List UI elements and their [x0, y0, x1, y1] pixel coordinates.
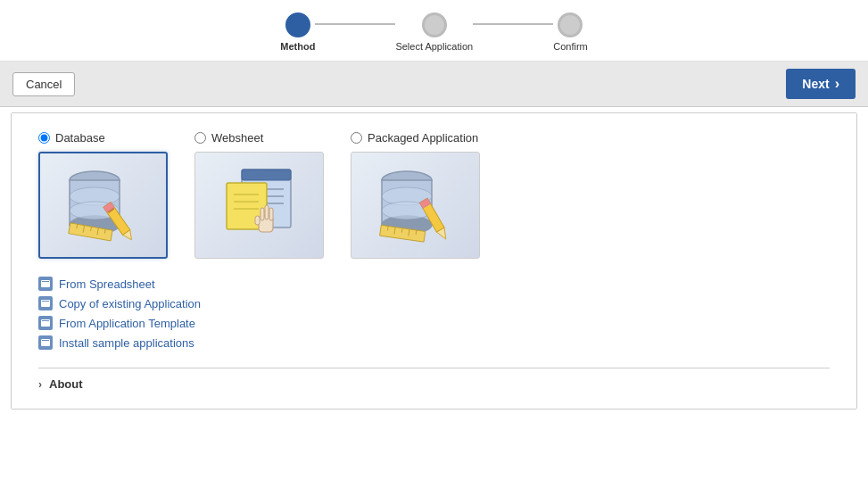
- step-confirm: Confirm: [553, 12, 588, 52]
- cancel-button[interactable]: Cancel: [12, 72, 75, 96]
- about-label: About: [49, 377, 83, 391]
- link-icon-inner-3: [41, 319, 50, 327]
- packaged-icon: [367, 161, 465, 250]
- about-section: › About: [38, 368, 830, 391]
- steps-container: Method Select Application Confirm: [280, 12, 587, 52]
- copy-existing-label: Copy of existing Application: [59, 297, 201, 310]
- websheet-label: Websheet: [211, 131, 263, 145]
- database-card[interactable]: [38, 152, 168, 259]
- svg-rect-26: [265, 205, 269, 219]
- step-select-application: Select Application: [395, 12, 473, 52]
- packaged-card[interactable]: [351, 152, 480, 259]
- step-confirm-label: Confirm: [553, 41, 588, 52]
- step-select-label: Select Application: [395, 41, 473, 52]
- sample-link-icon: [38, 335, 53, 350]
- packaged-radio[interactable]: [351, 132, 362, 144]
- toolbar: Cancel Next ›: [0, 62, 868, 107]
- from-spreadsheet-label: From Spreadsheet: [59, 277, 155, 291]
- option-packaged: Packaged Application: [351, 131, 480, 259]
- svg-rect-25: [260, 208, 264, 220]
- main-panel: Database: [11, 112, 857, 410]
- step-confirm-circle: [558, 12, 583, 37]
- database-radio-label[interactable]: Database: [38, 131, 105, 145]
- copy-link-icon: [38, 296, 53, 310]
- svg-rect-16: [242, 170, 291, 180]
- next-chevron-icon: ›: [835, 76, 839, 92]
- install-sample-link[interactable]: Install sample applications: [38, 335, 830, 350]
- option-websheet: Websheet: [194, 131, 324, 259]
- step-method-circle: [285, 12, 310, 37]
- link-icon-inner-4: [41, 339, 50, 346]
- from-template-label: From Application Template: [59, 317, 195, 330]
- spreadsheet-link-icon: [38, 277, 53, 291]
- connector-2: [473, 23, 553, 25]
- wizard-header: Method Select Application Confirm: [0, 0, 868, 62]
- next-button[interactable]: Next ›: [786, 69, 856, 99]
- sub-links: From Spreadsheet Copy of existing Applic…: [38, 277, 830, 350]
- websheet-card[interactable]: [194, 152, 324, 259]
- main-content: Database: [12, 113, 856, 409]
- link-icon-inner: [41, 280, 50, 287]
- step-method: Method: [280, 12, 315, 52]
- connector-1: [315, 23, 395, 25]
- database-label: Database: [55, 131, 105, 145]
- from-spreadsheet-link[interactable]: From Spreadsheet: [38, 277, 830, 291]
- svg-line-38: [387, 226, 388, 230]
- svg-line-40: [401, 228, 402, 233]
- svg-rect-28: [255, 216, 260, 225]
- websheet-icon: [211, 161, 309, 250]
- database-icon: [54, 161, 153, 250]
- about-chevron-icon: ›: [38, 378, 42, 391]
- link-icon-inner-2: [41, 300, 50, 307]
- packaged-label: Packaged Application: [368, 131, 478, 145]
- database-radio[interactable]: [38, 132, 50, 144]
- websheet-radio[interactable]: [194, 132, 206, 144]
- step-select-circle: [422, 12, 447, 37]
- svg-rect-27: [269, 208, 273, 220]
- option-database: Database: [38, 131, 168, 259]
- svg-line-42: [416, 230, 417, 235]
- about-header[interactable]: › About: [38, 377, 830, 391]
- step-method-label: Method: [280, 41, 315, 52]
- template-link-icon: [38, 316, 53, 330]
- copy-existing-link[interactable]: Copy of existing Application: [38, 296, 830, 310]
- packaged-radio-label[interactable]: Packaged Application: [351, 131, 478, 145]
- from-template-link[interactable]: From Application Template: [38, 316, 830, 330]
- websheet-radio-label[interactable]: Websheet: [194, 131, 263, 145]
- options-row: Database: [38, 131, 830, 259]
- install-sample-label: Install sample applications: [59, 336, 194, 350]
- next-label: Next: [802, 77, 829, 91]
